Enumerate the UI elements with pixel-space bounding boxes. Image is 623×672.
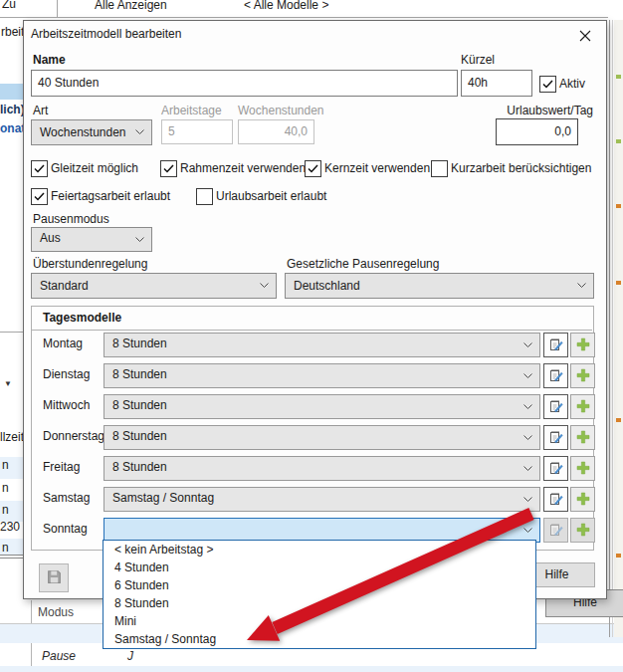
day-select-value: 8 Stunden [104, 364, 167, 385]
plus-icon [575, 522, 591, 538]
edit-day-model-button[interactable] [543, 487, 568, 512]
add-day-model-button[interactable] [570, 487, 595, 512]
edit-day-model-button[interactable] [543, 425, 568, 450]
name-input[interactable]: 40 Stunden [31, 70, 458, 97]
kurzarbeit-label: Kurzarbeit berücksichtigen [451, 161, 591, 175]
add-day-model-button[interactable] [570, 394, 595, 419]
chevron-down-icon [523, 373, 532, 378]
panel-divider-fragment [0, 332, 23, 333]
day-select-samstag[interactable]: Samstag / Sonntag [104, 487, 540, 512]
bg-window-border [612, 20, 613, 637]
pausenmodus-select[interactable]: Aus [31, 227, 152, 252]
chevron-down-icon [135, 129, 144, 134]
dropdown-option-4-stunden[interactable]: 4 Stunden [104, 559, 535, 576]
edit-icon [548, 522, 564, 538]
chevron-down-icon [577, 283, 586, 288]
gesetzliche-pausenregelung-label: Gesetzliche Pausenregelung [287, 257, 439, 271]
text-fragment-lich: lich) [0, 103, 25, 116]
kernzeit-checkbox[interactable] [305, 160, 321, 177]
tab-fragment-arbeit: rbeit [1, 25, 24, 39]
save-button[interactable] [39, 563, 69, 592]
bg-scrollbar-strip[interactable] [614, 20, 623, 637]
feiertagsarbeit-label: Feiertagsarbeit erlaubt [51, 189, 170, 203]
kuerzel-input[interactable]: 40h [461, 70, 532, 97]
edit-day-model-button-disabled [543, 518, 568, 543]
table-cell-fragment: n [2, 503, 9, 517]
scroll-mark [616, 75, 621, 79]
kuerzel-label: Kürzel [461, 53, 495, 67]
urlaubsarbeit-checkbox[interactable] [196, 188, 213, 205]
day-select-value: 8 Stunden [104, 395, 167, 416]
gleitzeit-checkbox[interactable] [31, 160, 48, 177]
check-icon [308, 164, 318, 173]
art-select[interactable]: Wochenstunden [31, 119, 152, 145]
scroll-mark [616, 554, 621, 558]
gleitzeit-label: Gleitzeit möglich [51, 161, 138, 175]
dropdown-option-8-stunden[interactable]: 8 Stunden [104, 594, 535, 612]
edit-icon [548, 491, 564, 507]
plus-icon [575, 367, 591, 383]
dropdown-option-samstag-sonntag[interactable]: Samstag / Sonntag [104, 630, 535, 648]
day-label-sonntag: Sonntag [43, 522, 88, 536]
dropdown-option-mini[interactable]: Mini [104, 612, 535, 630]
edit-day-model-button[interactable] [543, 394, 568, 419]
chevron-down-icon [523, 404, 532, 409]
add-day-model-button[interactable] [570, 363, 595, 388]
toolbar-button-alle-anzeigen[interactable]: Alle Anzeigen [95, 0, 167, 12]
feiertagsarbeit-checkbox[interactable] [31, 188, 48, 205]
chevron-down-icon [135, 237, 144, 242]
check-icon [163, 164, 174, 173]
edit-day-model-button[interactable] [543, 363, 568, 388]
save-icon [46, 568, 63, 585]
add-day-model-button[interactable] [570, 333, 595, 357]
urlaubswert-input[interactable]: 0,0 [496, 118, 578, 145]
add-day-model-button[interactable] [570, 425, 595, 450]
dialog-title: Arbeitszeitmodell bearbeiten [31, 27, 181, 41]
tagesmodelle-header: Tagesmodelle [31, 306, 592, 331]
table-cell-fragment: n [2, 541, 9, 555]
wochenstunden-input: 40,0 [238, 119, 314, 144]
table-row-stripe [0, 666, 623, 672]
scroll-mark [616, 204, 621, 208]
art-select-value: Wochenstunden [32, 120, 126, 144]
rahmenzeit-checkbox[interactable] [160, 160, 177, 177]
aktiv-checkbox[interactable] [539, 76, 556, 93]
table-cell-j: J [127, 649, 133, 663]
add-day-model-button[interactable] [570, 518, 595, 543]
toolbar-separator [57, 0, 58, 17]
dropdown-option-kein-arbeitstag[interactable]: < kein Arbeitstag > [104, 541, 535, 559]
wochenstunden-label: Wochenstunden [238, 104, 324, 117]
add-day-model-button[interactable] [570, 456, 595, 481]
kurzarbeit-checkbox[interactable] [431, 160, 448, 177]
aktiv-label: Aktiv [559, 77, 585, 91]
close-icon[interactable] [572, 25, 598, 45]
edit-day-model-button[interactable] [543, 456, 568, 481]
day-label-freitag: Freitag [43, 460, 80, 474]
plus-icon [575, 491, 591, 507]
dropdown-option-6-stunden[interactable]: 6 Stunden [104, 576, 535, 594]
chevron-down-icon [523, 497, 532, 502]
dropdown-arrow-fragment: ▼ [4, 379, 12, 388]
edit-day-model-button[interactable] [543, 333, 568, 357]
gesetzliche-pausenregelung-select[interactable]: Deutschland [285, 273, 594, 299]
panel-bottom-line [0, 558, 23, 559]
table-cell-pause: Pause [42, 649, 76, 663]
day-label-mittwoch: Mittwoch [43, 398, 90, 412]
ueberstundenregelung-select[interactable]: Standard [31, 273, 277, 299]
toolbar-button-alle-modelle[interactable]: < Alle Modelle > [244, 0, 328, 12]
scroll-mark [616, 139, 621, 143]
plus-icon [575, 398, 591, 414]
pausenmodus-select-value: Aus [32, 228, 61, 249]
name-label: Name [33, 53, 66, 67]
day-select-freitag[interactable]: 8 Stunden [104, 456, 540, 481]
scroll-mark [616, 281, 621, 285]
day-select-mittwoch[interactable]: 8 Stunden [104, 394, 540, 419]
bg-window-border [609, 20, 610, 637]
day-select-dienstag[interactable]: 8 Stunden [104, 363, 540, 388]
chevron-down-icon [260, 283, 269, 288]
day-select-montag[interactable]: 8 Stunden [104, 333, 540, 357]
rahmenzeit-label: Rahmenzeit verwenden [180, 161, 306, 175]
day-select-value: 8 Stunden [104, 457, 167, 478]
day-select-donnerstag[interactable]: 8 Stunden [104, 425, 540, 450]
screenshot-canvas: Zu Alle Anzeigen < Alle Modelle > rbeit … [0, 0, 623, 672]
